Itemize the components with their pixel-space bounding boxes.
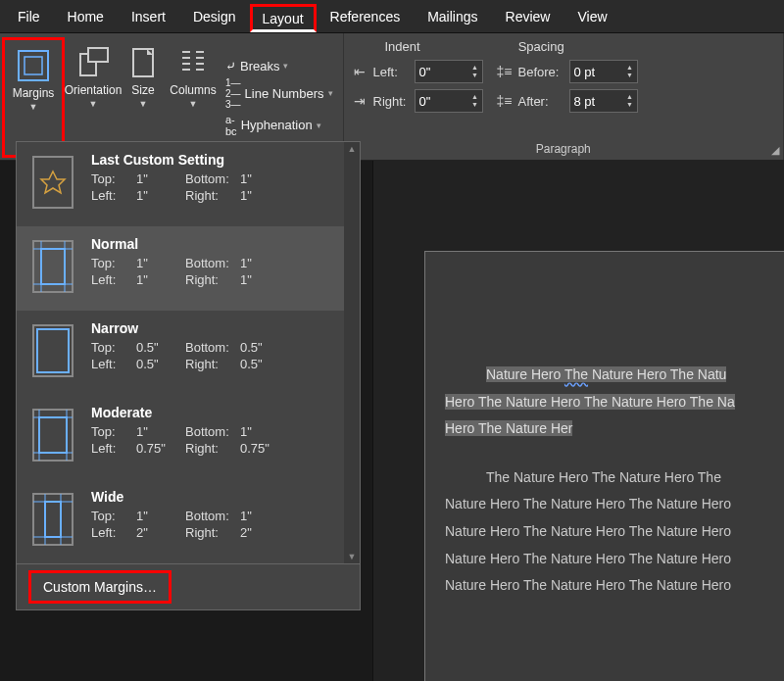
margins-thumb-icon	[28, 405, 77, 465]
scroll-up-icon[interactable]: ▲	[348, 144, 357, 154]
spin-up[interactable]: ▲	[623, 64, 637, 72]
right-label: Right:	[185, 272, 240, 287]
left-label: Left:	[91, 525, 136, 540]
line-numbers-label: Line Numbers	[245, 86, 324, 101]
margins-option-name: Wide	[91, 489, 332, 505]
orientation-label: Orientation	[65, 84, 122, 97]
line-numbers-button[interactable]: 1—2—3— Line Numbers ▾	[225, 77, 333, 110]
spacing-after-value[interactable]	[570, 94, 623, 109]
doc-line[interactable]: The Nature Hero The Nature Hero The	[445, 468, 784, 488]
spacing-before-input[interactable]: ▲▼	[569, 60, 638, 83]
tab-layout[interactable]: Layout	[250, 4, 317, 32]
chevron-down-icon: ▾	[317, 121, 321, 130]
margins-option-name: Normal	[91, 236, 332, 252]
left-value: 1"	[136, 188, 185, 203]
spacing-after-input[interactable]: ▲▼	[569, 89, 638, 113]
columns-button[interactable]: Columns ▼	[165, 37, 221, 158]
doc-line[interactable]: Nature Hero The Nature Hero The Natu	[445, 365, 784, 385]
spin-down[interactable]: ▼	[468, 72, 482, 79]
indent-left-value[interactable]	[416, 65, 468, 79]
doc-line[interactable]: Nature Hero The Nature Hero The Nature H…	[445, 550, 784, 569]
spacing-before-value[interactable]	[570, 65, 623, 79]
size-button[interactable]: Size ▼	[122, 37, 165, 158]
bottom-label: Bottom:	[185, 171, 240, 186]
left-label: Left:	[91, 357, 136, 371]
tab-insert[interactable]: Insert	[118, 3, 179, 30]
doc-line[interactable]: Nature Hero The Nature Hero The Nature H…	[445, 522, 784, 542]
bottom-label: Bottom:	[185, 340, 240, 355]
spacing-header: Spacing	[518, 39, 564, 54]
spin-down[interactable]: ▼	[623, 72, 637, 79]
margins-option-normal[interactable]: NormalTop:1"Bottom:1"Left:1"Right:1"	[17, 226, 344, 311]
bottom-value: 1"	[240, 256, 279, 270]
spin-up[interactable]: ▲	[468, 93, 482, 101]
hyphenation-icon: a-bc	[225, 114, 237, 137]
orientation-icon	[75, 45, 111, 80]
hyphenation-button[interactable]: a-bc Hyphenation ▾	[225, 114, 333, 137]
tab-mailings[interactable]: Mailings	[414, 3, 491, 30]
bottom-value: 1"	[240, 509, 279, 523]
bottom-value: 1"	[240, 171, 279, 186]
tab-references[interactable]: References	[317, 3, 415, 30]
left-value: 1"	[136, 272, 185, 287]
margins-button[interactable]: Margins ▼	[5, 40, 62, 116]
svg-rect-15	[41, 249, 65, 284]
spin-up[interactable]: ▲	[468, 64, 482, 72]
paragraph-launcher[interactable]: ◢	[771, 144, 779, 157]
margins-option-list: Last Custom SettingTop:1"Bottom:1"Left:1…	[17, 142, 344, 563]
left-label: Left:	[91, 272, 136, 287]
tab-file[interactable]: File	[4, 3, 54, 30]
indent-header: Indent	[385, 39, 420, 54]
custom-margins-button[interactable]: Custom Margins…	[28, 570, 172, 604]
svg-rect-0	[19, 51, 48, 80]
paragraph-group-label: Paragraph	[350, 140, 778, 158]
indent-right-value[interactable]	[416, 94, 468, 109]
doc-line[interactable]: Hero The Nature Her	[445, 419, 784, 439]
margins-thumb-icon	[28, 236, 77, 297]
svg-rect-21	[37, 329, 69, 372]
margins-option-last-custom-setting[interactable]: Last Custom SettingTop:1"Bottom:1"Left:1…	[17, 142, 344, 226]
bottom-value: 0.5"	[240, 340, 279, 355]
spin-down[interactable]: ▼	[623, 101, 637, 109]
orientation-button[interactable]: Orientation ▼	[65, 37, 122, 158]
svg-rect-29	[45, 502, 61, 537]
size-label: Size	[131, 84, 154, 97]
doc-line[interactable]: Nature Hero The Nature Hero The Nature H…	[445, 576, 784, 596]
right-label: Right:	[185, 525, 240, 540]
tab-view[interactable]: View	[564, 3, 620, 30]
breaks-icon: ⤶	[225, 59, 236, 73]
margins-option-wide[interactable]: WideTop:1"Bottom:1"Left:2"Right:2"	[17, 479, 344, 563]
left-value: 2"	[136, 525, 185, 540]
chevron-down-icon: ▼	[139, 99, 148, 109]
top-label: Top:	[91, 340, 136, 355]
margins-icon	[16, 48, 51, 83]
indent-right-label: Right:	[373, 94, 411, 109]
spin-up[interactable]: ▲	[623, 93, 637, 101]
dropdown-scrollbar[interactable]: ▲ ▼	[344, 142, 360, 563]
svg-rect-23	[39, 417, 67, 453]
bottom-value: 1"	[240, 424, 279, 439]
size-icon	[125, 45, 161, 80]
tab-design[interactable]: Design	[179, 3, 250, 30]
chevron-down-icon: ▾	[328, 88, 333, 98]
doc-line[interactable]: Hero The Nature Hero The Nature Hero The…	[445, 393, 784, 413]
indent-left-input[interactable]: ▲▼	[415, 60, 483, 83]
tab-review[interactable]: Review	[492, 3, 564, 30]
breaks-button[interactable]: ⤶ Breaks ▾	[225, 59, 333, 73]
indent-right-input[interactable]: ▲▼	[415, 89, 483, 113]
indent-left-label: Left:	[373, 65, 411, 79]
top-label: Top:	[91, 509, 136, 523]
margins-option-moderate[interactable]: ModerateTop:1"Bottom:1"Left:0.75"Right:0…	[17, 395, 344, 479]
margins-option-name: Narrow	[91, 320, 332, 336]
margins-option-narrow[interactable]: NarrowTop:0.5"Bottom:0.5"Left:0.5"Right:…	[17, 311, 344, 395]
margins-option-info: ModerateTop:1"Bottom:1"Left:0.75"Right:0…	[91, 405, 332, 465]
spacing-before-icon: ‡≡	[495, 64, 514, 79]
doc-line[interactable]: Nature Hero The Nature Hero The Nature H…	[445, 495, 784, 514]
margins-option-name: Last Custom Setting	[91, 152, 332, 168]
hyphenation-label: Hyphenation	[241, 118, 313, 132]
document-page[interactable]: Nature Hero The Nature Hero The Natu Her…	[424, 251, 784, 681]
spin-down[interactable]: ▼	[468, 101, 482, 109]
margins-option-info: WideTop:1"Bottom:1"Left:2"Right:2"	[91, 489, 332, 550]
scroll-down-icon[interactable]: ▼	[348, 552, 357, 561]
tab-home[interactable]: Home	[54, 3, 118, 30]
